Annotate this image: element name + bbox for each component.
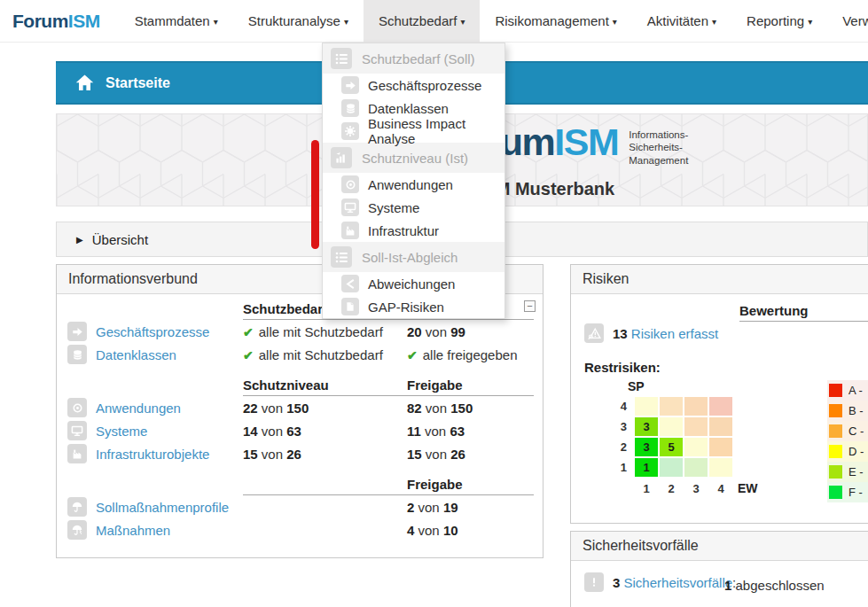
matrix-cell[interactable]: 5	[660, 438, 683, 456]
app-logo[interactable]: ForumISM	[12, 11, 100, 32]
legend-row: C -	[827, 421, 868, 441]
dropdown-item-anwendungen[interactable]: Anwendungen	[323, 173, 504, 196]
risk-legend: A -B -C -D -E -F -	[827, 380, 868, 502]
incident-summary: 3 Sicherheitsvorfälle:	[613, 575, 736, 590]
legend-label: E -	[848, 465, 864, 479]
link-datenklassen[interactable]: Datenklassen	[96, 347, 176, 362]
target-icon	[341, 175, 359, 193]
exclamation-icon	[584, 572, 604, 592]
matrix-cell	[635, 397, 658, 416]
nav-item-schutzbedarf[interactable]: Schutzbedarf▾	[364, 0, 480, 43]
dropdown-item-business-impact-analyse[interactable]: Business Impact Analyse	[323, 120, 504, 143]
schutzbedarf-dropdown: Schutzbedarf (Soll)GeschäftsprozesseDate…	[322, 43, 505, 319]
table-row: Datenklassen✔alle mit Schutzbedarf✔alle …	[67, 343, 534, 366]
building-icon	[341, 222, 359, 239]
count-cell: 82 von 150	[407, 401, 534, 416]
monitor-icon	[67, 421, 87, 440]
count-cell: 15 von 26	[243, 447, 407, 462]
count-cell: 15 von 26	[407, 447, 534, 462]
caret-down-icon: ▾	[712, 17, 716, 27]
legend-color-swatch	[829, 384, 842, 397]
legend-label: D -	[848, 445, 864, 458]
compare-icon	[341, 275, 359, 292]
caret-down-icon: ▾	[613, 17, 617, 27]
link-systeme[interactable]: Systeme	[96, 424, 147, 439]
table-row: Geschäftsprozesse✔alle mit Schutzbedarf2…	[67, 320, 534, 343]
nav-item-stammdaten[interactable]: Stammdaten▾	[120, 0, 233, 43]
dropdown-item-abweichungen[interactable]: Abweichungen	[323, 272, 504, 295]
matrix-row-label: 1	[615, 461, 633, 474]
matrix-cell[interactable]: 3	[635, 438, 658, 456]
nav-item-strukturanalyse[interactable]: Strukturanalyse▾	[233, 0, 364, 43]
incident-link[interactable]: Sicherheitsvorfälle	[624, 575, 733, 590]
risk-panel-title: Risiken	[571, 265, 868, 294]
building-icon	[67, 444, 87, 463]
link-infrastrukturobjekte[interactable]: Infrastrukturobjekte	[96, 447, 209, 462]
risks-summary: 13 Risiken erfasst	[613, 326, 718, 341]
app-logo-part2: ISM	[68, 11, 100, 31]
database-icon	[341, 99, 359, 117]
matrix-col-label: 2	[660, 482, 683, 495]
check-cell: ✔alle mit Schutzbedarf	[243, 324, 407, 339]
link-geschäftsprozesse[interactable]: Geschäftsprozesse	[96, 324, 209, 339]
nav-item-reporting[interactable]: Reporting▾	[731, 0, 827, 43]
legend-row: B -	[827, 401, 868, 421]
matrix-cell[interactable]: 3	[635, 417, 658, 436]
matrix-row-label: 4	[615, 400, 633, 413]
legend-row: D -	[827, 441, 868, 462]
incident-done: 1 abgeschlossen	[724, 578, 825, 593]
link-maßnahmen[interactable]: Maßnahmen	[96, 523, 170, 538]
column-header: Freigabe	[407, 477, 534, 492]
arrow-right-icon	[341, 76, 359, 94]
link-anwendungen[interactable]: Anwendungen	[96, 401, 181, 416]
umbrella-bolt-icon	[67, 520, 87, 540]
dropdown-item-infrastruktur[interactable]: Infrastruktur	[323, 219, 504, 242]
bewertung-header: Bewertung	[739, 303, 868, 322]
dropdown-item-geschäftsprozesse[interactable]: Geschäftsprozesse	[323, 74, 504, 97]
nav-item-risikomanagement[interactable]: Risikomanagement▾	[480, 0, 631, 43]
incident-panel: Sicherheitsvorfälle 3 Sicherheitsvorfäll…	[570, 531, 868, 607]
dropdown-item-systeme[interactable]: Systeme	[323, 196, 504, 219]
breadcrumb[interactable]: Startseite	[106, 75, 170, 91]
legend-row: E -	[827, 462, 868, 482]
matrix-cell	[684, 397, 708, 416]
legend-color-swatch	[829, 404, 842, 417]
matrix-cell	[684, 438, 708, 456]
legend-color-swatch	[829, 486, 842, 499]
chart-icon	[331, 147, 352, 168]
legend-label: C -	[848, 424, 864, 438]
nav-item-aktivitäten[interactable]: Aktivitäten▾	[632, 0, 731, 43]
banner-logo-subtitle: Informations-Sicherheits-Management	[629, 128, 688, 167]
table-row: Sollmaßnahmenprofile2 von 19	[67, 495, 534, 518]
column-header: Schutzniveau	[243, 377, 407, 393]
top-nav: ForumISM Stammdaten▾Strukturanalyse▾Schu…	[0, 0, 868, 43]
table-row: Anwendungen22 von 15082 von 150	[67, 396, 534, 419]
matrix-cell	[709, 438, 732, 456]
legend-color-swatch	[829, 424, 842, 438]
dropdown-item-gap-risiken[interactable]: GAP-Risiken	[323, 295, 504, 318]
link-sollmaßnahmenprofile[interactable]: Sollmaßnahmenprofile	[96, 500, 229, 515]
count-cell: 2 von 19	[407, 500, 534, 515]
nav-item-verwaltung[interactable]: Verwaltung▾	[827, 0, 868, 43]
risk-panel: Risiken Bewertung 13 Risiken erfasst Res…	[570, 264, 868, 524]
matrix-cell[interactable]: 1	[635, 458, 658, 477]
column-header	[243, 477, 407, 492]
matrix-ew-axis-label: EW	[734, 481, 761, 495]
gear-icon	[341, 122, 359, 140]
matrix-col-label: 1	[635, 482, 658, 495]
home-icon[interactable]	[75, 74, 94, 92]
collapse-button[interactable]: −	[524, 300, 536, 312]
list-icon	[331, 246, 352, 268]
caret-down-icon: ▾	[808, 17, 812, 27]
matrix-cell	[709, 397, 732, 416]
risks-link[interactable]: Risiken erfasst	[631, 326, 718, 341]
check-icon: ✔	[407, 348, 418, 362]
count-cell: 22 von 150	[243, 401, 407, 416]
column-header: Freigabe	[407, 377, 534, 393]
check-icon: ✔	[243, 348, 254, 362]
overview-label: Übersicht	[92, 232, 148, 247]
app-logo-part1: Forum	[12, 11, 68, 31]
matrix-cell	[684, 458, 708, 477]
matrix-cell	[709, 417, 732, 436]
list-icon	[331, 48, 352, 69]
